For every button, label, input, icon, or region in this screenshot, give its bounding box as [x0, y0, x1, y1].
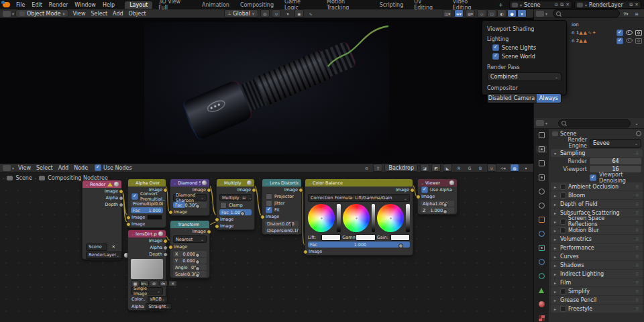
- properties-tab-object[interactable]: [536, 216, 547, 223]
- go-parent-node-button[interactable]: ⇧: [373, 164, 382, 172]
- input-socket[interactable]: [398, 244, 403, 248]
- node-header[interactable]: ⌄Lens Distortion: [262, 179, 301, 186]
- section-volumetrics[interactable]: ▸Volumetrics⠿: [551, 235, 643, 243]
- filter-dropdown[interactable]: ∇▾: [621, 9, 631, 17]
- gizmos-dropdown[interactable]: ⊕▾: [454, 9, 464, 17]
- render-layer-dropdown[interactable]: RenderLayer⌄: [86, 252, 122, 259]
- node-header[interactable]: ⌄Viewer: [418, 179, 457, 186]
- liftswatch[interactable]: [321, 234, 341, 241]
- pin-icon[interactable]: ⊙: [362, 164, 371, 172]
- convert-premultipl-checkbox[interactable]: [131, 193, 138, 200]
- section-screen-space-reflections[interactable]: ▸Screen Space Reflections⠿: [551, 217, 643, 225]
- outliner-search[interactable]: [553, 9, 620, 17]
- motion-blur-checkbox[interactable]: [560, 227, 566, 233]
- new-scene-icon[interactable]: ⧉: [560, 2, 564, 7]
- diamond-sharpen-dropdown[interactable]: Diamond Sharpen⌄: [173, 194, 207, 201]
- node-header[interactable]: ⌄Transform: [170, 221, 209, 228]
- node-alpha-over[interactable]: ⌄Alpha OverImageConvert Premultipl..Prem…: [127, 178, 166, 228]
- output-socket[interactable]: [299, 188, 303, 193]
- input-socket[interactable]: [215, 224, 219, 229]
- clamp-checkbox[interactable]: [220, 202, 227, 209]
- collapse-chevron-icon[interactable]: ⌄: [131, 180, 134, 185]
- input-socket[interactable]: [126, 222, 131, 227]
- collapse-chevron-icon[interactable]: ⌄: [308, 180, 311, 185]
- node-header[interactable]: ⌄Diamond Sharpen: [170, 179, 209, 186]
- remove-layer-icon[interactable]: ✕: [635, 2, 639, 7]
- gamma-color-wheel[interactable]: [343, 204, 370, 232]
- lift-color-wheel[interactable]: [308, 204, 335, 232]
- eye-icon[interactable]: [626, 38, 633, 43]
- node-menu-select[interactable]: Select: [34, 165, 56, 171]
- properties-tab-texture[interactable]: [536, 315, 547, 322]
- collapse-chevron-icon[interactable]: ⌄: [173, 222, 176, 227]
- menu-window[interactable]: Window: [71, 2, 99, 8]
- collapse-chevron-icon[interactable]: ⌄: [265, 180, 268, 185]
- node-diamond-sharpen[interactable]: ⌄Diamond SharpenImageDiamond Sharpen⌄Fac…: [170, 178, 210, 216]
- scale-field[interactable]: Scale0.300: [173, 271, 207, 277]
- fac-field[interactable]: Fac0.300: [173, 202, 207, 208]
- node-transform[interactable]: ⌄TransformImageNearest⌄ImageX0.000Y0.000…: [170, 220, 210, 278]
- node-preview-icon[interactable]: [158, 231, 163, 236]
- simplify-checkbox[interactable]: [560, 288, 566, 294]
- properties-tab-modifiers[interactable]: [536, 230, 547, 237]
- fit-checkbox[interactable]: [266, 207, 272, 213]
- node-menu-node[interactable]: Node: [71, 165, 91, 171]
- shading-material-button[interactable]: ◐: [497, 9, 506, 17]
- assign-icon-button[interactable]: ⊞: [239, 194, 249, 202]
- input-socket[interactable]: [195, 260, 200, 264]
- new-layer-icon[interactable]: ⧉: [629, 2, 633, 7]
- editor-type-outliner-icon[interactable]: [536, 11, 544, 17]
- single-image-dropdown[interactable]: Single Image⌄: [131, 287, 163, 294]
- node-preview-icon[interactable]: [449, 180, 454, 185]
- node-editor-canvas[interactable]: › Scene › Compositing Nodetree ⌄Render L…: [0, 172, 533, 322]
- fac-field[interactable]: Fac1.000: [308, 241, 410, 248]
- output-socket[interactable]: [119, 203, 123, 207]
- y-field[interactable]: Y0.000: [173, 258, 207, 264]
- scene-selector[interactable]: ▾ Scene ⊙ ⧉ ✕: [509, 1, 572, 9]
- properties-tab-physics[interactable]: [536, 258, 547, 266]
- properties-tab-constraints[interactable]: [536, 272, 547, 280]
- dispersion-field[interactable]: Dispersion0.100: [265, 227, 299, 233]
- workspace-tab-layout[interactable]: Layout: [125, 1, 152, 9]
- fac-field[interactable]: Fac1.000: [131, 207, 163, 213]
- node-color-balance[interactable]: ⌄Color BalanceImageCorrection Formula: L…: [305, 178, 413, 256]
- angle-field[interactable]: Angle0°: [173, 264, 207, 270]
- gainswatch[interactable]: [390, 234, 410, 241]
- editor-type-properties-icon[interactable]: [536, 120, 544, 126]
- x-field[interactable]: X0.000: [173, 251, 207, 257]
- alpha-field[interactable]: Alpha1.000: [421, 201, 454, 207]
- section-depth-of-field[interactable]: ▸Depth of Field⠿: [551, 200, 643, 208]
- gamma-value-slider[interactable]: [372, 204, 376, 232]
- eye-icon[interactable]: [626, 30, 633, 35]
- color-swatch[interactable]: [147, 215, 162, 220]
- output-socket[interactable]: [163, 252, 168, 257]
- breadcrumb-nodetree[interactable]: Compositing Nodetree: [48, 175, 108, 181]
- jitter-checkbox[interactable]: [266, 200, 272, 207]
- menu-help[interactable]: Help: [99, 2, 118, 8]
- workspace-tab-animation[interactable]: Animation: [197, 1, 234, 9]
- node-preview-icon[interactable]: [247, 180, 252, 185]
- use-alpha-checkbox[interactable]: [421, 186, 428, 193]
- lift-value-slider[interactable]: [337, 204, 341, 232]
- backdrop-color-alpha-button[interactable]: ◪: [420, 164, 429, 172]
- node-header[interactable]: ⌄Multiply: [217, 179, 254, 186]
- properties-tab-tool[interactable]: [536, 131, 547, 139]
- viewport-menu-add[interactable]: Add: [110, 11, 126, 17]
- properties-search-input[interactable]: [568, 121, 608, 125]
- collapse-chevron-icon[interactable]: ⌄: [173, 180, 176, 185]
- render-samples-field[interactable]: 64: [590, 158, 641, 164]
- menu-edit[interactable]: Edit: [28, 2, 46, 8]
- node-multiply[interactable]: ⌄MultiplyImageMultiply⊞⌄ClampFac1.000Ima…: [216, 178, 255, 230]
- properties-tab-view-layer[interactable]: [536, 174, 547, 181]
- shading-solid-button[interactable]: ○: [487, 9, 496, 17]
- channel-b-button[interactable]: B: [476, 164, 485, 172]
- input-socket[interactable]: [298, 229, 299, 233]
- output-socket[interactable]: [163, 246, 168, 250]
- breadcrumb-scene[interactable]: Scene: [15, 175, 32, 181]
- bloom-checkbox[interactable]: [560, 193, 566, 199]
- outliner-search-input[interactable]: [563, 11, 603, 16]
- output-socket[interactable]: [207, 229, 211, 234]
- use-nodes-checkbox[interactable]: [95, 164, 101, 171]
- node-header[interactable]: ⌄Alpha Over: [128, 179, 166, 186]
- overlay-dropdown[interactable]: ◍: [510, 164, 519, 172]
